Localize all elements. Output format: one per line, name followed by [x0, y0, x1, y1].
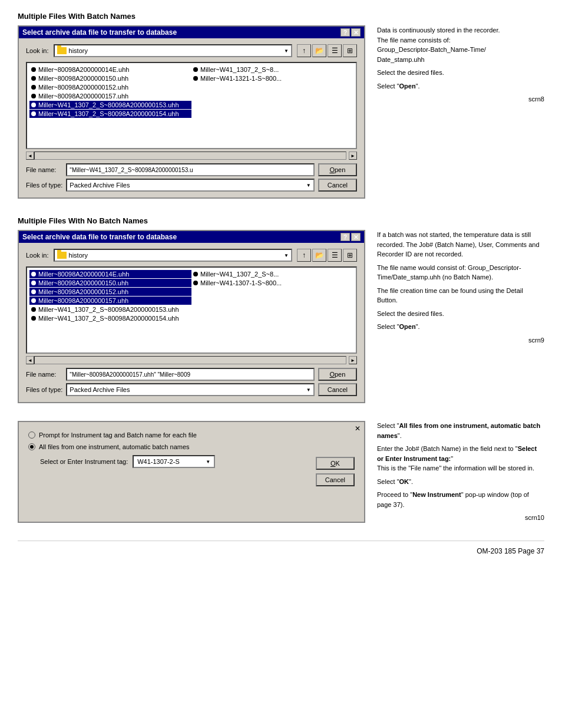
file-dot — [31, 307, 36, 312]
file-item[interactable]: Miller~80098A2000000150.uhh — [29, 74, 191, 83]
file-dot-selected — [31, 111, 36, 116]
scrn8-label: scrn8 — [377, 94, 544, 104]
dialog2-question-btn[interactable]: ? — [340, 233, 350, 241]
instrument-dropdown[interactable]: W41-1307-2-S ▼ — [133, 455, 215, 468]
section1: Multiple Files With Batch Names Select a… — [18, 12, 544, 199]
file-item-selected[interactable]: Miller~80098A2000000150.uhh — [29, 279, 191, 287]
dialog2-detail-btn[interactable]: ⊞ — [343, 249, 357, 262]
instrument-row: Select or Enter Instrument tag: W41-1307… — [40, 455, 305, 468]
dialog2-list-btn[interactable]: ☰ — [328, 249, 342, 262]
file-dot — [31, 316, 36, 321]
dialog1-open-btn[interactable]: Open — [318, 163, 357, 176]
scroll-left-btn2[interactable]: ◄ — [26, 356, 34, 364]
dialog2-dropdown-arrow: ▼ — [284, 253, 289, 258]
file-item[interactable]: Miller~W41_1307_2_S~8... — [191, 270, 353, 278]
folder-icon1 — [57, 47, 67, 54]
dialog1-filename-label: File name: — [26, 166, 62, 173]
file-item[interactable]: Miller~80098A2000000157.uhh — [29, 92, 191, 100]
dialog2-file-list: Miller~80098A200000014E.uhh Miller~80098… — [26, 266, 357, 354]
dialog1-toolbar: ↑ 📂 ☰ ⊞ — [297, 44, 357, 57]
file-dot — [31, 85, 36, 90]
file-item[interactable]: Miller~80098A200000014E.uhh — [29, 65, 191, 74]
folder-icon2 — [57, 252, 67, 259]
file-item[interactable]: Miller~W41_1307_2_S~80098A2000000154.uhh — [29, 314, 191, 322]
file-item-selected[interactable]: Miller~W41_1307_2_S~80098A2000000154.uhh — [29, 110, 191, 118]
dialog1-question-btn[interactable]: ? — [340, 28, 350, 37]
file-item-selected[interactable]: Miller~80098A200000014E.uhh — [29, 270, 191, 278]
section2-title: Multiple Files With No Batch Names — [18, 216, 544, 225]
batch-ok-btn[interactable]: OK — [316, 457, 355, 470]
file-dot — [193, 67, 198, 72]
file-item-selected[interactable]: Miller~80098A2000000152.uhh — [29, 288, 191, 296]
file-item-selected[interactable]: Miller~W41_1307_2_S~80098A2000000153.uhh — [29, 101, 191, 109]
scrollbar-h2[interactable] — [34, 356, 346, 364]
batch-cancel-btn[interactable]: Cancel — [316, 473, 355, 486]
dialog2-bottom-fields: File name: Open Files of type: Packed Ar… — [26, 368, 357, 396]
file-item[interactable]: Miller~W41_1307_2_S~8... — [191, 65, 353, 74]
section1-title: Multiple Files With Batch Names — [18, 12, 544, 21]
dialog1-title: Select archive data file to transfer to … — [22, 28, 177, 37]
dialog2-toolbar: ↑ 📂 ☰ ⊞ — [297, 249, 357, 262]
instrument-arrow: ▼ — [206, 459, 210, 465]
dialog2-up-btn[interactable]: ↑ — [297, 249, 311, 262]
dialog2-look-in-label: Look in: — [26, 252, 49, 259]
file-item[interactable]: Miller~W41-1307-1-S~800... — [191, 279, 353, 287]
dialog2-look-in-row: Look in: history ▼ ↑ 📂 ☰ ⊞ — [26, 249, 357, 262]
file-dot — [31, 76, 36, 81]
dialog2-open-btn[interactable]: Open — [318, 368, 357, 381]
dialog1-file-col-right: Miller~W41_1307_2_S~8... Miller~W41-1321… — [191, 65, 353, 146]
scroll-right-btn[interactable]: ► — [349, 151, 357, 160]
dialog1-close-btn[interactable]: ✕ — [351, 28, 361, 37]
dialog1-look-in-dropdown[interactable]: history ▼ — [54, 44, 292, 57]
dialog2-filename-input[interactable] — [66, 368, 314, 381]
scrn10-label: scrn10 — [377, 513, 544, 523]
section3: ✕ Prompt for Instrument tag and Batch na… — [18, 421, 544, 523]
dialog1-filename-input[interactable] — [66, 163, 314, 176]
dialog1-file-list: Miller~80098A200000014E.uhh Miller~80098… — [26, 62, 357, 149]
dialog2-look-in-dropdown[interactable]: history ▼ — [54, 249, 292, 262]
scrn9-label: scrn9 — [377, 335, 544, 345]
dialog1-filetype-dropdown[interactable]: Packed Archive Files ▼ — [66, 179, 314, 192]
file-item[interactable]: Miller~80098A2000000152.uhh — [29, 83, 191, 91]
scroll-left-btn[interactable]: ◄ — [26, 151, 34, 160]
dialog2-cancel-btn[interactable]: Cancel — [318, 383, 357, 396]
radio1-row: Prompt for Instrument tag and Batch name… — [28, 431, 305, 439]
dialog1-up-btn[interactable]: ↑ — [297, 44, 311, 57]
file-item[interactable]: Miller~W41_1307_2_S~80098A2000000153.uhh — [29, 305, 191, 314]
file-dot-selected — [31, 289, 36, 294]
radio2-label: All files from one instrument, automatic… — [39, 443, 190, 450]
file-dot-selected — [31, 103, 36, 107]
dialog2-new-folder-btn[interactable]: 📂 — [312, 249, 326, 262]
file-item-selected[interactable]: Miller~80098A2000000157.uhh — [29, 297, 191, 305]
file-dot-selected — [31, 298, 36, 303]
radio2[interactable] — [28, 443, 35, 450]
dialog1-detail-btn[interactable]: ⊞ — [343, 44, 357, 57]
dialog1-file-col-left: Miller~80098A200000014E.uhh Miller~80098… — [29, 65, 191, 146]
radio2-row: All files from one instrument, automatic… — [28, 443, 305, 450]
dialog1-look-in-label: Look in: — [26, 47, 49, 54]
file-dot-selected — [31, 281, 36, 285]
page-footer: OM-203 185 Page 37 — [18, 541, 544, 555]
instrument-label: Select or Enter Instrument tag: — [40, 458, 128, 465]
scrollbar-h[interactable] — [34, 151, 346, 160]
batch-dialog: ✕ Prompt for Instrument tag and Batch na… — [18, 421, 365, 523]
dialog1-new-folder-btn[interactable]: 📂 — [312, 44, 326, 57]
dialog1-titlebar: Select archive data file to transfer to … — [19, 27, 364, 38]
dialog2-file-col-left: Miller~80098A200000014E.uhh Miller~80098… — [29, 270, 191, 350]
dialog1-cancel-btn[interactable]: Cancel — [318, 179, 357, 192]
dialog2-close-btn[interactable]: ✕ — [351, 233, 361, 241]
dialog1: Select archive data file to transfer to … — [18, 25, 365, 199]
radio1[interactable] — [28, 431, 35, 439]
filetype-arrow: ▼ — [306, 183, 311, 188]
scroll-right-btn2[interactable]: ► — [349, 356, 357, 364]
file-item[interactable]: Miller~W41-1321-1-S~800... — [191, 74, 353, 83]
dialog1-bottom-fields: File name: Open Files of type: Packed Ar… — [26, 163, 357, 192]
batch-close-btn[interactable]: ✕ — [355, 424, 361, 433]
dialog1-dropdown-arrow: ▼ — [284, 48, 289, 54]
dialog1-list-btn[interactable]: ☰ — [328, 44, 342, 57]
dialog2-title: Select archive data file to transfer to … — [22, 233, 177, 241]
dialog2-filetype-dropdown[interactable]: Packed Archive Files ▼ — [66, 383, 314, 396]
dialog1-scroll-row: ◄ ► — [26, 151, 357, 160]
section1-side-text: Data is continuously stored in the recor… — [377, 25, 544, 199]
dialog1-filetype-label: Files of type: — [26, 182, 62, 189]
